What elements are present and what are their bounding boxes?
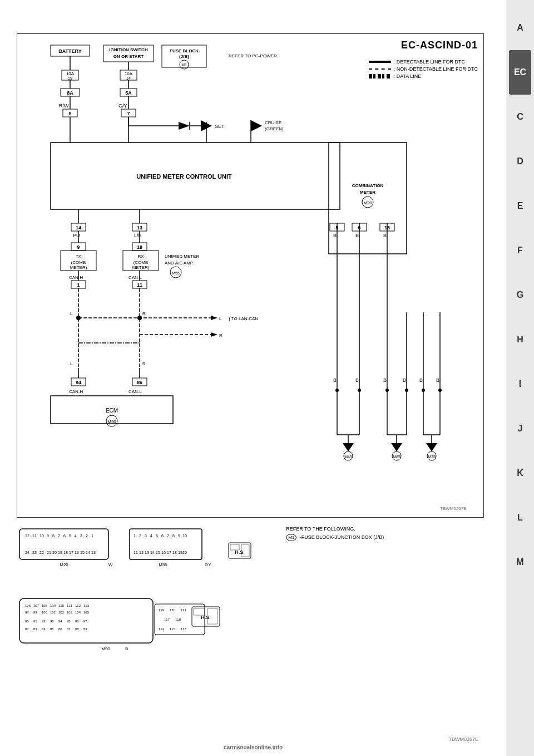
svg-text:17: 17 xyxy=(69,551,73,554)
main-content: EC-ASCIND-01 : DETECTABLE LINE FOR DTC :… xyxy=(0,0,506,756)
svg-text:83: 83 xyxy=(33,627,37,631)
svg-text:9: 9 xyxy=(77,244,80,250)
wiring-diagram-svg: BATTERY IGNITION SWITCH ON OR START FUSE… xyxy=(17,34,484,518)
svg-text:15: 15 xyxy=(384,225,390,230)
svg-text:GY: GY xyxy=(205,562,211,567)
svg-text:14: 14 xyxy=(76,225,81,230)
svg-text:99: 99 xyxy=(33,611,37,614)
svg-text:6: 6 xyxy=(358,225,360,230)
svg-point-141 xyxy=(385,389,389,392)
svg-marker-149 xyxy=(343,443,354,451)
svg-text:(COMB: (COMB xyxy=(134,260,149,265)
svg-text:12: 12 xyxy=(25,534,29,538)
svg-text:15: 15 xyxy=(156,551,160,554)
svg-text:19: 19 xyxy=(137,244,142,250)
svg-text:B: B xyxy=(403,377,406,383)
svg-text:5: 5 xyxy=(156,534,158,538)
svg-text:CRUISE: CRUISE xyxy=(265,120,281,125)
svg-text:M85: M85 xyxy=(393,455,400,459)
svg-point-144 xyxy=(438,389,442,392)
svg-text:CAN-H: CAN-H xyxy=(69,275,83,280)
svg-text:} TO LAN-CAN: } TO LAN-CAN xyxy=(229,316,258,321)
svg-text:91: 91 xyxy=(33,620,37,623)
svg-text:1: 1 xyxy=(77,282,80,288)
svg-text:103: 103 xyxy=(67,611,73,614)
svg-text:R/W: R/W xyxy=(59,103,69,109)
svg-text:108: 108 xyxy=(42,604,48,607)
svg-text:M20: M20 xyxy=(363,200,372,205)
svg-text:M55: M55 xyxy=(172,271,180,275)
svg-text:11: 11 xyxy=(134,551,138,554)
svg-text:8: 8 xyxy=(52,534,55,538)
svg-text:95: 95 xyxy=(67,620,71,623)
svg-marker-35 xyxy=(179,122,190,130)
svg-point-139 xyxy=(335,389,339,392)
tbwm-footer: TBWM0267E xyxy=(448,737,478,742)
svg-text:107: 107 xyxy=(33,604,39,607)
svg-point-143 xyxy=(422,389,425,392)
svg-text:117: 117 xyxy=(164,618,170,621)
svg-text:7: 7 xyxy=(167,534,169,538)
svg-text:UNIFIED METER CONTROL UNIT: UNIFIED METER CONTROL UNIT xyxy=(136,173,232,180)
svg-text:1: 1 xyxy=(134,534,136,538)
svg-text:B: B xyxy=(333,377,337,383)
svg-text:16: 16 xyxy=(161,551,166,554)
svg-text:116: 116 xyxy=(181,627,187,631)
m55-connector-svg: 1 2 3 4 5 6 7 8 9 10 11 12 13 14 15 16 1… xyxy=(127,526,216,571)
svg-text:87: 87 xyxy=(67,627,71,631)
m55-connector: 1 2 3 4 5 6 7 8 9 10 11 12 13 14 15 16 1… xyxy=(127,526,216,572)
svg-text:93: 93 xyxy=(50,620,54,623)
svg-text:SET: SET xyxy=(215,124,225,129)
svg-text:5A: 5A xyxy=(125,90,132,96)
svg-text:19: 19 xyxy=(178,551,182,554)
svg-text:CAN-L: CAN-L xyxy=(128,389,142,394)
svg-text:B: B xyxy=(383,377,387,383)
svg-rect-53 xyxy=(329,143,407,254)
svg-text:105: 105 xyxy=(83,611,90,614)
svg-point-142 xyxy=(405,389,408,392)
right-sidebar: A EC C D E F G H I J K L M xyxy=(506,0,534,756)
svg-text:3: 3 xyxy=(145,534,147,538)
svg-text:10: 10 xyxy=(182,534,187,538)
svg-point-140 xyxy=(358,389,361,392)
svg-text:20: 20 xyxy=(182,551,187,554)
svg-text:8: 8 xyxy=(68,111,71,116)
svg-text:R: R xyxy=(142,361,146,366)
svg-text:L: L xyxy=(70,311,73,316)
svg-text:110: 110 xyxy=(58,604,65,607)
svg-text:AND A/C AMP.: AND A/C AMP. xyxy=(165,261,194,266)
svg-text:86: 86 xyxy=(58,627,62,631)
svg-text:M55: M55 xyxy=(159,562,167,567)
m90-connector-area: 106 107 108 109 110 111 112 113 98 99 10… xyxy=(17,590,239,658)
svg-text:13: 13 xyxy=(137,225,142,230)
svg-text:86: 86 xyxy=(137,380,142,385)
svg-text:B: B xyxy=(355,233,359,238)
svg-text:M20: M20 xyxy=(60,562,68,567)
svg-text:8: 8 xyxy=(172,534,175,538)
refer-following: REFER TO THE FOLLOWING. M1 -FUSE BLOCK-J… xyxy=(286,526,384,540)
svg-text:21: 21 xyxy=(47,551,51,554)
svg-text:7: 7 xyxy=(58,534,60,538)
svg-text:R: R xyxy=(219,333,222,338)
svg-text:13: 13 xyxy=(91,551,96,554)
svg-text:TBWM0267E: TBWM0267E xyxy=(440,506,467,511)
svg-text:M90: M90 xyxy=(107,419,116,424)
svg-text:ON OR START: ON OR START xyxy=(113,54,144,59)
sidebar-letter-g: G xyxy=(509,273,531,317)
svg-text:L/B: L/B xyxy=(134,233,142,238)
svg-text:RX: RX xyxy=(137,254,144,259)
svg-text:13: 13 xyxy=(145,551,149,554)
hs-icon-1: H.S. xyxy=(226,537,254,565)
svg-text:15: 15 xyxy=(80,551,85,554)
svg-text:89: 89 xyxy=(83,627,87,631)
refer-text: REFER TO THE FOLLOWING. xyxy=(286,526,384,532)
svg-text:98: 98 xyxy=(25,611,29,614)
svg-text:16: 16 xyxy=(75,551,79,554)
diagram-container: EC-ASCIND-01 : DETECTABLE LINE FOR DTC :… xyxy=(17,33,484,518)
svg-text:85: 85 xyxy=(50,627,54,631)
sidebar-letter-a: A xyxy=(509,6,531,50)
m90-connector-svg: 106 107 108 109 110 111 112 113 98 99 10… xyxy=(17,590,239,657)
sidebar-letter-c: C xyxy=(509,95,531,139)
svg-text:14: 14 xyxy=(126,76,131,80)
m20-connector-svg: 12 11 10 9 8 7 6 5 4 3 2 1 24 23 22 21 2… xyxy=(17,526,117,571)
